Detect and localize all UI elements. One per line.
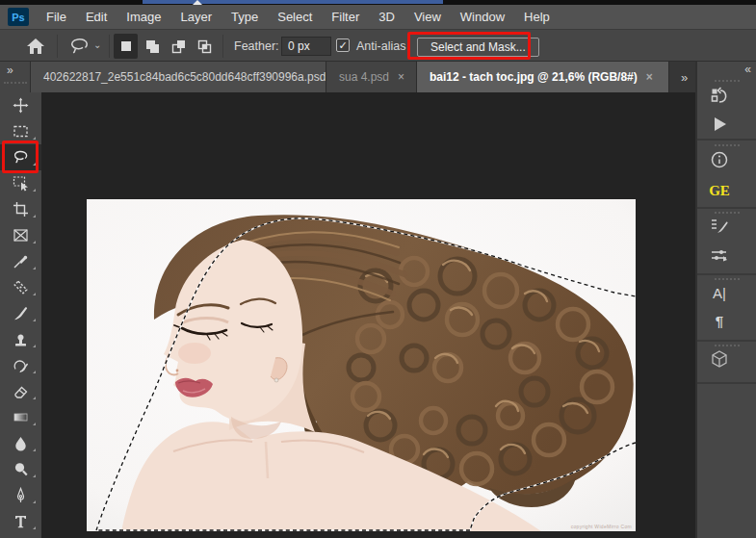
flyout-indicator [33, 474, 36, 477]
eyedropper-tool[interactable] [0, 248, 41, 274]
anti-alias-checkbox[interactable]: ✓ [336, 38, 350, 52]
character-panel-icon[interactable]: A| [706, 280, 733, 305]
tab-title: 402622817_2e551c84bad6c5c80dd648cff39099… [43, 70, 326, 84]
rectangular-marquee-tool[interactable] [0, 118, 41, 144]
history-panel-icon[interactable] [706, 84, 733, 109]
close-icon[interactable]: × [646, 70, 653, 84]
brush-tool[interactable] [0, 300, 41, 326]
paragraph-panel-icon[interactable]: ¶ [706, 308, 733, 333]
pen-tool[interactable] [0, 482, 41, 508]
brush-settings-panel-icon[interactable] [706, 214, 733, 239]
flyout-indicator [33, 215, 36, 218]
select-and-mask-button[interactable]: Select and Mask... [417, 38, 539, 57]
move-tool[interactable] [0, 92, 41, 118]
3d-panel-icon[interactable] [706, 346, 733, 371]
flyout-indicator [33, 371, 36, 373]
eraser-tool[interactable] [0, 378, 41, 404]
type-tool[interactable] [0, 508, 41, 534]
flyout-indicator [33, 526, 36, 529]
anti-alias-label: Anti-alias [356, 39, 405, 53]
history-brush-tool[interactable] [0, 352, 41, 378]
feather-label: Feather: [234, 39, 279, 53]
flyout-indicator [33, 319, 36, 321]
flyout-indicator [33, 397, 36, 399]
separator [57, 35, 58, 58]
flyout-indicator [33, 267, 36, 269]
menu-edit[interactable]: Edit [76, 7, 117, 27]
menu-file[interactable]: File [37, 7, 76, 27]
panel-divider [697, 273, 756, 275]
menu-window[interactable]: Window [451, 7, 514, 27]
ge-plugin-panel-icon[interactable]: GE [706, 178, 733, 203]
panel-divider [697, 139, 756, 141]
document-tab-2[interactable]: sua 4.psd × [326, 62, 417, 92]
tool-options-bar: ⌄ Feather: ✓ Anti-alias Select and Mask.… [0, 29, 756, 62]
flyout-indicator [33, 448, 36, 451]
tab-title: sua 4.psd [339, 70, 389, 84]
panel-group-grip[interactable] [715, 80, 740, 82]
document-tab-1[interactable]: 402622817_2e551c84bad6c5c80dd648cff39099… [31, 62, 326, 92]
panel-divider [697, 340, 756, 342]
info-panel-icon[interactable] [706, 147, 733, 172]
canvas-area[interactable]: copyright WideMirro Com [41, 92, 695, 538]
lasso-tool-active[interactable] [0, 144, 41, 170]
flyout-indicator [33, 500, 36, 503]
toolbar-expand-icon[interactable]: » [7, 64, 12, 77]
menu-image[interactable]: Image [117, 7, 170, 27]
spot-healing-brush-tool[interactable] [0, 274, 41, 300]
menu-bar: Ps File Edit Image Layer Type Select Fil… [0, 5, 756, 29]
actions-panel-icon[interactable] [706, 112, 733, 137]
tab-title: bai12 - tach toc.jpg @ 21,6% (RGB/8#) [430, 70, 638, 84]
toolbar-grip[interactable] [4, 82, 27, 84]
flyout-indicator [33, 423, 36, 425]
portrait-photo [87, 199, 636, 531]
clone-stamp-tool[interactable] [0, 326, 41, 352]
object-selection-tool[interactable] [0, 170, 41, 196]
photoshop-window: Ps File Edit Image Layer Type Select Fil… [0, 0, 756, 538]
separator [109, 35, 110, 58]
toolbar-header[interactable]: » [0, 62, 31, 92]
add-to-selection-mode-button[interactable] [140, 34, 164, 59]
document-image[interactable]: copyright WideMirro Com [87, 199, 636, 531]
tab-overflow-icon[interactable]: » [671, 62, 695, 92]
lasso-tool-icon[interactable] [67, 37, 91, 56]
menu-view[interactable]: View [404, 7, 451, 27]
flyout-indicator [33, 293, 36, 295]
panel-group-grip[interactable] [715, 144, 740, 146]
panel-dock: « GE [695, 62, 756, 538]
gradient-tool[interactable] [0, 404, 41, 430]
menu-filter[interactable]: Filter [322, 7, 369, 27]
flyout-indicator [33, 163, 36, 166]
path-selection-tool[interactable] [0, 534, 41, 538]
photoshop-logo: Ps [8, 8, 29, 26]
flyout-indicator [33, 345, 36, 347]
intersect-selection-mode-button[interactable] [192, 34, 216, 59]
blur-tool[interactable] [0, 430, 41, 456]
dodge-tool[interactable] [0, 456, 41, 482]
subtract-from-selection-mode-button[interactable] [166, 34, 190, 59]
dock-collapse-icon[interactable]: « [744, 63, 749, 76]
panel-divider [697, 382, 756, 384]
menu-3d[interactable]: 3D [369, 7, 404, 27]
brushes-panel-icon[interactable] [706, 243, 733, 268]
photo-watermark: copyright WideMirro Com [571, 524, 632, 529]
new-selection-mode-button[interactable] [114, 34, 138, 59]
document-tab-bar: » 402622817_2e551c84bad6c5c80dd648cff390… [0, 62, 756, 92]
close-icon[interactable]: × [398, 70, 404, 84]
home-icon[interactable] [25, 37, 46, 56]
menu-type[interactable]: Type [222, 7, 268, 27]
panel-divider [697, 207, 756, 209]
menu-select[interactable]: Select [268, 7, 322, 27]
separator [222, 35, 223, 58]
document-tab-3-active[interactable]: bai12 - tach toc.jpg @ 21,6% (RGB/8#) × [417, 62, 669, 92]
chevron-down-icon[interactable]: ⌄ [93, 39, 101, 50]
flyout-indicator [33, 137, 36, 140]
feather-input[interactable] [281, 37, 331, 56]
crop-tool[interactable] [0, 196, 41, 222]
frame-tool[interactable] [0, 222, 41, 248]
menu-help[interactable]: Help [514, 7, 560, 27]
tools-panel [0, 92, 41, 538]
menu-layer[interactable]: Layer [171, 7, 222, 27]
flyout-indicator [33, 241, 36, 243]
background-window-strip [143, 0, 443, 4]
